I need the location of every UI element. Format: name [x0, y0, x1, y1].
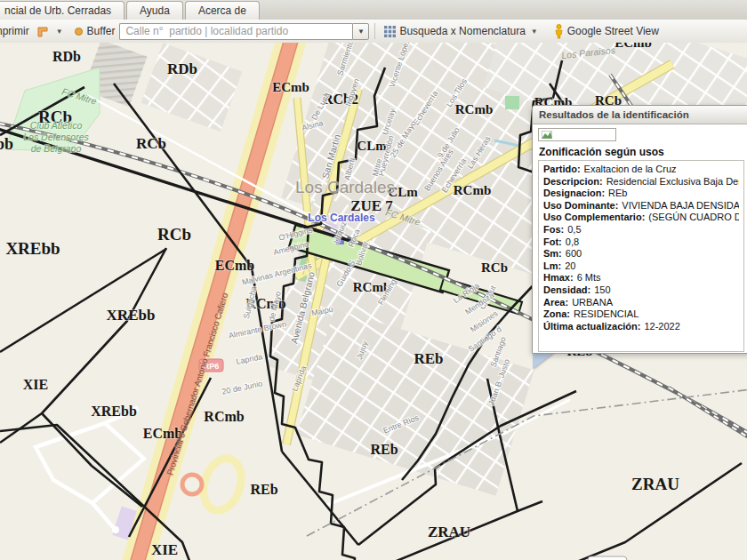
zone-label: RCb [481, 260, 508, 275]
parcel-badge: 031-03 [588, 556, 627, 560]
zone-label: RCmb [204, 409, 244, 424]
measure-tool-button[interactable]: ▼ [33, 23, 67, 40]
zone-label: XREbb [91, 404, 137, 419]
chevron-down-icon: ▼ [531, 28, 538, 36]
zone-label: ECmb [614, 43, 652, 50]
place-label: Los Cardales [308, 212, 375, 224]
toolbar: nprimir ▼ Buffer ▼ Busqueda x Nomenclatu… [0, 20, 747, 44]
layer-thumb-icon [542, 131, 552, 139]
panel-field-row: Descripcion:Residencial Exclusiva Baja D… [543, 176, 739, 188]
tab-urb-cerradas[interactable]: ncial de Urb. Cerradas [0, 1, 124, 20]
zone-label: REb [250, 482, 277, 497]
panel-field-row: Lm:20 [543, 260, 739, 273]
street-view-button[interactable]: Google Street View [550, 22, 663, 41]
gis-app: { "tabs": [ {"label": "ncial de Urb. Cer… [0, 0, 747, 560]
tab-acerca-de[interactable]: Acerca de [185, 1, 260, 20]
panel-field-row: Uso Dominante:VIVIENDA BAJA DENSIDAD [543, 200, 739, 212]
zone-label: RDb [167, 60, 197, 77]
blocks-grid-icon [384, 26, 396, 37]
panel-field-row: Hmax:6 Mts [543, 272, 739, 284]
place-label: Club Atlético [30, 120, 83, 131]
zone-label: RCmb [455, 102, 494, 116]
tab-ayuda[interactable]: Ayuda [126, 1, 183, 20]
elbow-tool-icon [36, 25, 51, 38]
nomenclatura-button[interactable]: Busqueda x Nomenclatura ▼ [381, 23, 541, 39]
zone-label: RDb [52, 49, 81, 64]
zone-label: RCb [157, 225, 191, 244]
buffer-dot-icon [75, 28, 83, 36]
panel-field-row: Uso Complementario:(SEGÚN CUADRO DE US [543, 212, 739, 224]
search-dropdown-button[interactable]: ▼ [352, 23, 369, 40]
panel-field-row: Zona:RESIDENCIAL [543, 308, 739, 321]
separator [374, 23, 375, 39]
zone-label: XREbb [107, 307, 156, 324]
tab-bar: ncial de Urb. Cerradas Ayuda Acerca de [0, 0, 747, 20]
zone-label: XREbb [5, 239, 60, 258]
pegman-icon [554, 24, 564, 39]
place-label: Los Defensores [23, 132, 89, 142]
street-view-label: Google Street View [567, 25, 659, 37]
panel-field-row: Sm:600 [543, 248, 739, 260]
zone-label: REb [414, 350, 443, 367]
zone-label: ZRAU [631, 475, 679, 493]
panel-fields: Partido:Exaltacion de la CruzDescripcion… [538, 160, 744, 352]
buffer-label: Buffer [87, 25, 116, 37]
zone-label: XIE [23, 377, 48, 392]
panel-field-row: Densidad:150 [543, 284, 739, 297]
zone-label: ECmb [215, 258, 255, 273]
zone-label: REb [370, 442, 398, 457]
place-label: Los Cardales [295, 178, 395, 196]
chevron-down-icon: ▼ [56, 28, 63, 36]
zone-label: RCb [136, 135, 166, 152]
zone-label: ECmb [272, 80, 309, 94]
zone-label: ZRAU [428, 524, 470, 540]
panel-title: Resultados de la identificación [533, 106, 747, 124]
print-button[interactable]: nprimir [0, 25, 33, 37]
panel-field-row: Última actualización:12-2022 [543, 321, 739, 333]
zone-label: XREbb [0, 135, 13, 153]
panel-field-row: Designacion:REb [543, 188, 739, 200]
place-label: de Belgrano [31, 143, 82, 154]
panel-field-row: Area:URBANA [543, 297, 739, 309]
layer-tab[interactable] [538, 128, 616, 141]
panel-field-row: Fos:0,5 [543, 224, 739, 236]
nomenclatura-label: Busqueda x Nomenclatura [399, 25, 525, 37]
zone-label: XIE [151, 541, 178, 558]
search-input[interactable] [119, 23, 352, 40]
panel-field-row: Partido:Exaltacion de la Cruz [543, 164, 739, 176]
zone-label: RCmb [454, 183, 492, 197]
search-combo: ▼ [119, 23, 369, 40]
identify-results-panel: Resultados de la identificación Zonifica… [532, 105, 747, 354]
panel-section-title: Zonificación según usos [539, 146, 747, 158]
panel-field-row: Fot:0,8 [543, 236, 739, 249]
